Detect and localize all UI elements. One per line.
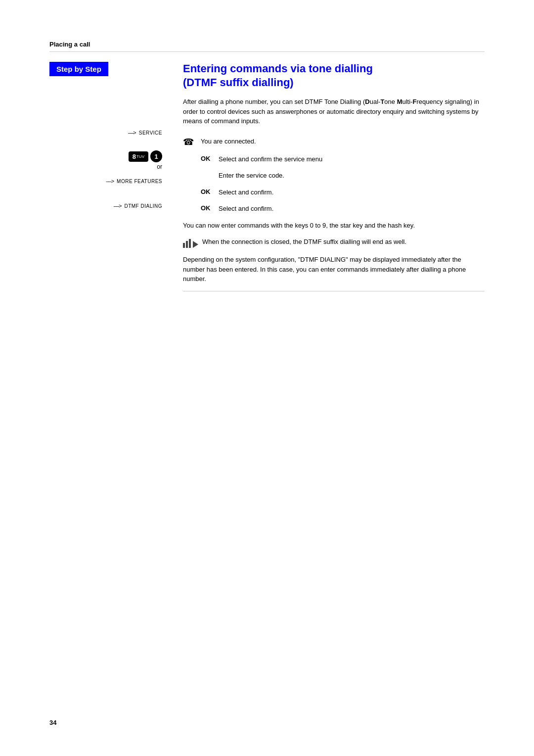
sidebar: Step by Step ––> SERVICE 8TUV 1 or [49,62,178,291]
ok1-label: OK [201,155,216,162]
service-arrow-label: ––> SERVICE [128,130,162,136]
service-step-text: Select and confirm the service menu [219,154,485,164]
dtmf-step-row: OK Select and confirm. [183,204,485,214]
page-header-label: Placing a call [49,41,90,48]
depending-paragraph: Depending on the system configuration, "… [183,255,485,284]
ok3-label: OK [201,204,216,212]
code-step-text: Enter the service code. [219,171,485,181]
intro-paragraph: After dialling a phone number, you can s… [183,97,485,126]
step-by-step-box: Step by Step [49,62,108,76]
more-step-row: OK Select and confirm. [183,188,485,197]
dtmf-step-text: Select and confirm. [219,204,485,214]
note-icon [183,238,198,248]
ok2-label: OK [201,188,216,195]
step-by-step-label: Step by Step [56,65,101,73]
section-title: Entering commands via tone dialling (DTM… [183,62,485,89]
sidebar-service-row: ––> SERVICE [49,126,168,140]
key-8-label: 8 [133,153,136,160]
service-step-row: OK Select and confirm the service menu [183,154,485,164]
key-8-sub: TUV [136,154,144,159]
connected-text: You are connected. [201,137,485,146]
or-text: or [49,163,168,170]
key-8-button: 8TUV [129,151,148,162]
dtmf-dialing-label: DTMF DIALING [124,203,162,209]
note-row: When the connection is closed, the DTMF … [183,237,485,248]
key-buttons-row: 8TUV 1 [49,150,168,162]
page-number: 34 [49,719,56,726]
service-label: SERVICE [139,130,162,136]
key-1-label: 1 [154,153,158,160]
page: Placing a call Step by Step ––> SERVICE … [0,0,534,756]
phone-icon: ☎ [183,137,194,147]
bottom-divider [183,291,485,291]
main-content: Entering commands via tone dialling (DTM… [178,62,485,291]
more-step-text: Select and confirm. [219,188,485,197]
content-area: Step by Step ––> SERVICE 8TUV 1 or [49,62,485,291]
note-text: When the connection is closed, the DTMF … [202,237,485,247]
dtmf-arrow-label: ––> DTMF DIALING [114,203,162,209]
title-line1: Entering commands via tone dialling [183,62,373,75]
page-header: Placing a call [49,40,485,52]
sidebar-more-row: ––> More features [49,174,168,188]
keys-paragraph: You can now enter commands with the keys… [183,221,485,231]
title-line2: (DTMF suffix dialling) [183,76,294,89]
key-1-button: 1 [150,150,162,162]
code-step-row: Enter the service code. [183,171,485,181]
more-features-label: More features [117,179,162,184]
connected-row: ☎ You are connected. [183,136,485,147]
sidebar-dtmf-row: ––> DTMF DIALING [49,199,168,213]
more-arrow-label: ––> More features [106,178,162,184]
